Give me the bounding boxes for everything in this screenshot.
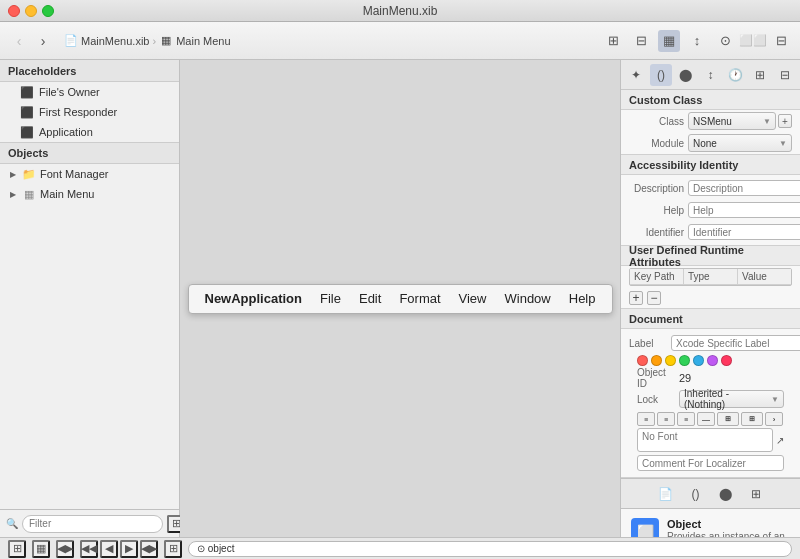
status-icon-2[interactable]: ▦ bbox=[32, 540, 50, 558]
library-tab-2[interactable]: () bbox=[685, 483, 707, 505]
breadcrumb-item-mainmenu[interactable]: ▦ Main Menu bbox=[159, 34, 230, 48]
minimize-button[interactable] bbox=[25, 5, 37, 17]
color-dot-blue[interactable] bbox=[693, 355, 704, 366]
toolbar-icon-7[interactable]: ⊟ bbox=[770, 30, 792, 52]
bottom-library: 📄 () ⬤ ⊞ ⬜ Object Provides an instance o… bbox=[621, 478, 800, 537]
grid-toggle-btn[interactable]: ⊞ bbox=[164, 540, 182, 558]
toolbar-icon-6[interactable]: ⬜⬜ bbox=[742, 30, 764, 52]
udra-col-type: Type bbox=[684, 269, 738, 284]
library-tab-3[interactable]: ⬤ bbox=[715, 483, 737, 505]
udra-remove-btn[interactable]: − bbox=[647, 291, 661, 305]
class-dropdown-arrow: ▼ bbox=[763, 117, 771, 126]
inspector-tab-5[interactable]: 🕐 bbox=[724, 64, 747, 86]
color-dot-purple[interactable] bbox=[707, 355, 718, 366]
inspector-tab-1[interactable]: ✦ bbox=[625, 64, 648, 86]
breadcrumb-separator: › bbox=[152, 35, 156, 47]
description-input[interactable] bbox=[688, 180, 800, 196]
udra-add-row: + − bbox=[621, 288, 800, 308]
inspector-tab-3[interactable]: ⬤ bbox=[674, 64, 697, 86]
identifier-label: Identifier bbox=[629, 227, 684, 238]
inspector-tab-6[interactable]: ⊞ bbox=[749, 64, 772, 86]
notes-btn-3[interactable]: ≡ bbox=[677, 412, 695, 426]
class-dropdown[interactable]: NSMenu ▼ bbox=[688, 112, 776, 130]
udra-add-btn[interactable]: + bbox=[629, 291, 643, 305]
toolbar-icon-1[interactable]: ⊞ bbox=[602, 30, 624, 52]
filter-input[interactable] bbox=[22, 515, 163, 533]
toolbar-icon-2[interactable]: ⊟ bbox=[630, 30, 652, 52]
toolbar-icon-4[interactable]: ↕ bbox=[686, 30, 708, 52]
menu-item-file[interactable]: File bbox=[312, 287, 349, 310]
color-dot-pink[interactable] bbox=[721, 355, 732, 366]
main-menu-item[interactable]: ▶ ▦ Main Menu bbox=[0, 184, 179, 204]
color-dot-red[interactable] bbox=[637, 355, 648, 366]
forward-button[interactable]: › bbox=[32, 30, 54, 52]
menu-item-newapplication[interactable]: NewApplication bbox=[197, 287, 311, 310]
class-action-btn[interactable]: + bbox=[778, 114, 792, 128]
nav-split-btn[interactable]: ◀▶ bbox=[140, 540, 158, 558]
color-dot-yellow[interactable] bbox=[665, 355, 676, 366]
doc-label-input[interactable] bbox=[671, 335, 800, 351]
lock-dropdown[interactable]: Inherited - (Nothing) ▼ bbox=[679, 390, 784, 408]
nav-prev-btn[interactable]: ◀ bbox=[100, 540, 118, 558]
notes-area[interactable] bbox=[637, 428, 773, 452]
custom-class-header: Custom Class bbox=[621, 90, 800, 110]
notes-btn-dash[interactable]: — bbox=[697, 412, 715, 426]
menu-item-view[interactable]: View bbox=[451, 287, 495, 310]
inspector-tab-2[interactable]: () bbox=[650, 64, 673, 86]
breadcrumb-item-file[interactable]: 📄 MainMenu.xib bbox=[64, 34, 149, 48]
description-row: Description bbox=[621, 177, 800, 199]
status-icon-1[interactable]: ⊞ bbox=[8, 540, 26, 558]
module-label: Module bbox=[629, 138, 684, 149]
file-icon: 📄 bbox=[64, 34, 78, 48]
menu-item-format[interactable]: Format bbox=[391, 287, 448, 310]
help-row: Help bbox=[621, 199, 800, 221]
document-header: Document bbox=[621, 309, 800, 329]
toolbar-icon-3[interactable]: ▦ bbox=[658, 30, 680, 52]
comment-localizer-input[interactable] bbox=[637, 455, 784, 471]
library-tab-1[interactable]: 📄 bbox=[655, 483, 677, 505]
notes-expand-btn[interactable]: ↗ bbox=[776, 435, 784, 446]
doc-label-text: Label bbox=[629, 338, 667, 349]
help-label: Help bbox=[629, 205, 684, 216]
identifier-input[interactable] bbox=[688, 224, 800, 240]
udra-table: Key Path Type Value bbox=[629, 268, 792, 286]
status-icon-3[interactable]: ◀▶ bbox=[56, 540, 74, 558]
files-owner-item[interactable]: ⬛ File's Owner bbox=[0, 82, 179, 102]
main-menu-disclosure: ▶ bbox=[8, 189, 18, 199]
custom-class-section: Custom Class Class NSMenu ▼ + Module Non… bbox=[621, 90, 800, 155]
application-item[interactable]: ⬛ Application bbox=[0, 122, 179, 142]
back-button[interactable]: ‹ bbox=[8, 30, 30, 52]
font-manager-item[interactable]: ▶ 📁 Font Manager bbox=[0, 164, 179, 184]
notes-btn-2[interactable]: ≡ bbox=[657, 412, 675, 426]
lock-row: Lock Inherited - (Nothing) ▼ bbox=[629, 388, 792, 410]
nav-next-btn[interactable]: ▶ bbox=[120, 540, 138, 558]
menu-item-window[interactable]: Window bbox=[497, 287, 559, 310]
font-manager-icon: 📁 bbox=[22, 167, 36, 181]
library-tab-4[interactable]: ⊞ bbox=[745, 483, 767, 505]
notes-btn-arrow[interactable]: › bbox=[765, 412, 783, 426]
close-button[interactable] bbox=[8, 5, 20, 17]
color-dot-orange[interactable] bbox=[651, 355, 662, 366]
breadcrumb: 📄 MainMenu.xib › ▦ Main Menu bbox=[64, 34, 231, 48]
module-dropdown[interactable]: None ▼ bbox=[688, 134, 792, 152]
notes-btn-1[interactable]: ≡ bbox=[637, 412, 655, 426]
toolbar-icon-5[interactable]: ⊙ bbox=[714, 30, 736, 52]
menu-item-edit[interactable]: Edit bbox=[351, 287, 389, 310]
inspector-tab-4[interactable]: ↕ bbox=[699, 64, 722, 86]
description-value bbox=[688, 180, 800, 196]
first-responder-item[interactable]: ⬛ First Responder bbox=[0, 102, 179, 122]
color-dot-green[interactable] bbox=[679, 355, 690, 366]
inspector-tab-7[interactable]: ⊟ bbox=[773, 64, 796, 86]
nav-start-btn[interactable]: ◀◀ bbox=[80, 540, 98, 558]
mainmenu-icon: ▦ bbox=[159, 34, 173, 48]
toolbar: ‹ › 📄 MainMenu.xib › ▦ Main Menu ⊞ ⊟ ▦ ↕… bbox=[0, 22, 800, 60]
notes-btn-size1[interactable]: ⊞ bbox=[717, 412, 739, 426]
first-responder-icon: ⬛ bbox=[20, 105, 34, 119]
notes-btn-size2[interactable]: ⊞ bbox=[741, 412, 763, 426]
menu-item-help[interactable]: Help bbox=[561, 287, 604, 310]
library-item-object[interactable]: ⬜ Object Provides an instance of an NSOb… bbox=[625, 513, 796, 537]
help-input[interactable] bbox=[688, 202, 800, 218]
maximize-button[interactable] bbox=[42, 5, 54, 17]
status-filter-input[interactable] bbox=[188, 541, 792, 557]
color-dots bbox=[637, 355, 784, 366]
